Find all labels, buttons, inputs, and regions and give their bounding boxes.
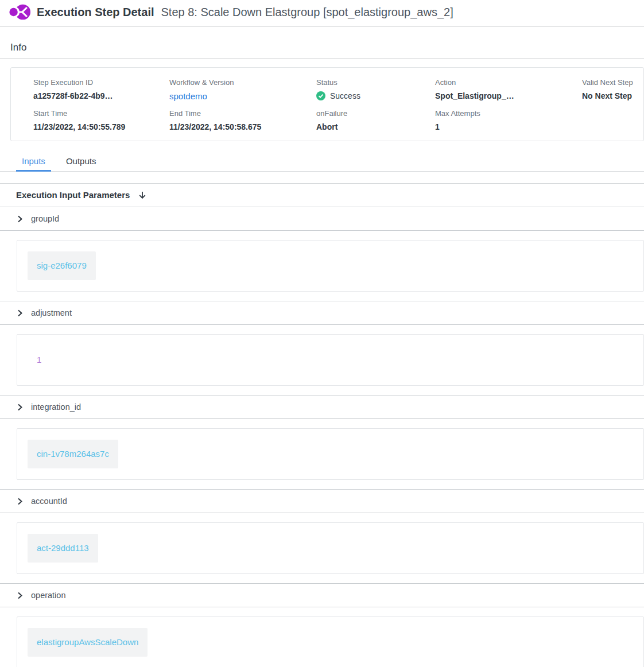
- field-value: 1: [435, 122, 582, 131]
- chevron-right-icon: [16, 404, 24, 411]
- chevron-right-icon: [16, 215, 24, 223]
- param-value-chip: cin-1v78m264as7c: [28, 440, 118, 468]
- param-name: operation: [31, 591, 65, 600]
- field-empty: [582, 109, 643, 131]
- params-heading: Execution Input Parameters: [16, 190, 130, 200]
- spot-brand-icon: [9, 3, 31, 21]
- field-label: Action: [435, 78, 582, 87]
- param-section: operation elastigroupAwsScaleDown: [0, 583, 644, 667]
- field-value: 11/23/2022, 14:50:55.789: [33, 122, 169, 131]
- field-value: No Next Step: [582, 91, 643, 100]
- param-row[interactable]: operation: [0, 584, 644, 607]
- param-row[interactable]: adjustment: [0, 301, 644, 325]
- field-on-failure: onFailure Abort: [316, 109, 435, 131]
- field-value: Spot_Elastigroup_…: [435, 91, 582, 100]
- workflow-link[interactable]: spotdemo: [169, 91, 316, 101]
- param-panel-wrap: elastigroupAwsScaleDown: [0, 607, 644, 667]
- param-name: groupId: [31, 214, 59, 223]
- chevron-right-icon: [16, 309, 24, 317]
- param-name: adjustment: [31, 308, 72, 317]
- param-section: adjustment 1: [0, 301, 644, 395]
- field-label: Step Execution ID: [33, 78, 169, 87]
- param-name: accountId: [31, 497, 67, 506]
- field-value: a125728f-6b22-4b9…: [33, 91, 169, 100]
- tab-outputs[interactable]: Outputs: [60, 153, 102, 172]
- param-section: accountId act-29ddd113: [0, 489, 644, 583]
- info-card: Step Execution ID a125728f-6b22-4b9… Wor…: [10, 67, 644, 141]
- param-row[interactable]: integration_id: [0, 395, 644, 419]
- chevron-right-icon: [16, 498, 24, 505]
- param-value-panel: 1: [17, 334, 644, 386]
- field-label: onFailure: [316, 109, 435, 118]
- field-value: 11/23/2022, 14:50:58.675: [169, 122, 316, 131]
- info-heading: Info: [10, 42, 26, 53]
- tab-bar: Inputs Outputs: [0, 153, 644, 172]
- status-badge: Success: [316, 91, 435, 100]
- chevron-right-icon: [16, 592, 24, 599]
- field-max-attempts: Max Attempts 1: [435, 109, 582, 131]
- param-row[interactable]: accountId: [0, 490, 644, 513]
- params-header: Execution Input Parameters: [0, 184, 644, 207]
- page-title: Execution Step Detail: [37, 6, 154, 19]
- param-section: integration_id cin-1v78m264as7c: [0, 395, 644, 489]
- param-value-chip: 1: [28, 346, 51, 374]
- field-label: Valid Next Step: [582, 78, 643, 87]
- field-label: Workflow & Version: [169, 78, 316, 87]
- field-valid-next-step: Valid Next Step No Next Step: [582, 78, 643, 101]
- field-step-execution-id: Step Execution ID a125728f-6b22-4b9…: [33, 78, 169, 101]
- field-end-time: End Time 11/23/2022, 14:50:58.675: [169, 109, 316, 131]
- params-panel: Execution Input Parameters groupId sig-e…: [0, 183, 644, 667]
- check-circle-icon: [316, 91, 325, 100]
- param-value-panel: sig-e26f6079: [17, 240, 644, 292]
- field-start-time: Start Time 11/23/2022, 14:50:55.789: [33, 109, 169, 131]
- field-action: Action Spot_Elastigroup_…: [435, 78, 582, 101]
- arrow-down-icon[interactable]: [138, 191, 147, 200]
- param-value-chip: elastigroupAwsScaleDown: [28, 628, 148, 657]
- param-panel-wrap: cin-1v78m264as7c: [0, 419, 644, 489]
- page-header: Execution Step Detail Step 8: Scale Down…: [0, 0, 644, 27]
- info-section-header: Info: [0, 42, 644, 59]
- field-workflow-version: Workflow & Version spotdemo: [169, 78, 316, 101]
- param-row[interactable]: groupId: [0, 207, 644, 231]
- field-label: End Time: [169, 109, 316, 118]
- param-value-panel: act-29ddd113: [17, 522, 644, 574]
- tab-inputs[interactable]: Inputs: [16, 153, 51, 172]
- param-panel-wrap: act-29ddd113: [0, 513, 644, 583]
- param-value-panel: elastigroupAwsScaleDown: [17, 616, 644, 667]
- field-value: Abort: [316, 122, 435, 131]
- param-value-chip: sig-e26f6079: [28, 251, 96, 280]
- field-label: Max Attempts: [435, 109, 582, 118]
- page-subtitle: Step 8: Scale Down Elastgroup [spot_elas…: [161, 6, 453, 19]
- field-label: Status: [316, 78, 435, 87]
- param-value-panel: cin-1v78m264as7c: [17, 428, 644, 480]
- params-list: groupId sig-e26f6079 adjustment 1 integr…: [0, 207, 644, 667]
- param-panel-wrap: sig-e26f6079: [0, 231, 644, 301]
- status-text: Success: [330, 91, 360, 100]
- field-status: Status Success: [316, 78, 435, 101]
- param-panel-wrap: 1: [0, 325, 644, 395]
- param-name: integration_id: [31, 402, 81, 412]
- param-value-chip: act-29ddd113: [28, 534, 98, 563]
- field-label: Start Time: [33, 109, 169, 118]
- param-section: groupId sig-e26f6079: [0, 207, 644, 301]
